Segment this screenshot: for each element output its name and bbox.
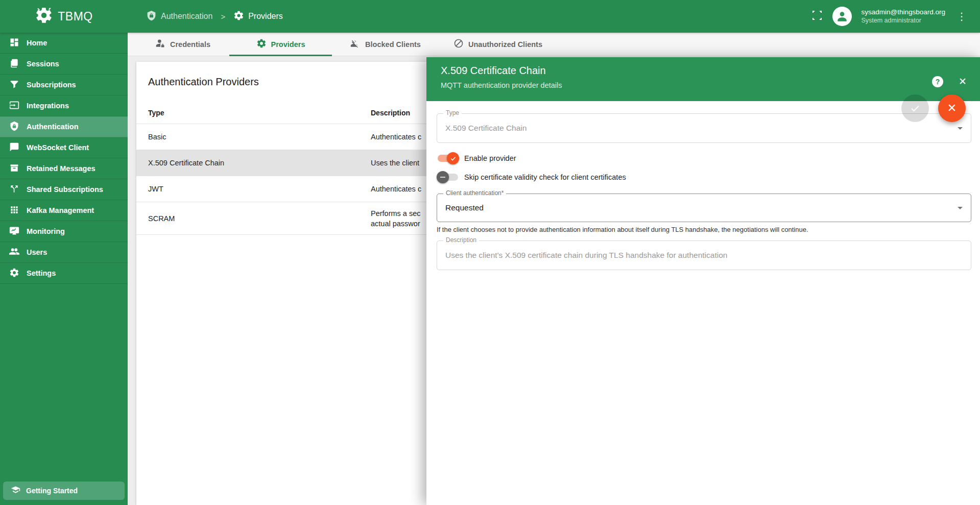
brand-logo[interactable]: TBMQ bbox=[0, 6, 128, 27]
user-email: sysadmin@thingsboard.org bbox=[861, 8, 945, 17]
sidebar: Home Sessions Subscriptions Integrations… bbox=[0, 33, 128, 505]
enable-provider-toggle[interactable] bbox=[437, 152, 459, 164]
block-icon bbox=[453, 38, 464, 50]
help-icon[interactable]: ? bbox=[932, 76, 943, 87]
check-icon bbox=[447, 152, 459, 164]
skip-validity-toggle[interactable] bbox=[437, 171, 459, 183]
getting-started-button[interactable]: Getting Started bbox=[3, 482, 125, 500]
gear-icon bbox=[256, 38, 267, 50]
close-icon[interactable]: ✕ bbox=[959, 76, 967, 87]
breadcrumb-separator: > bbox=[221, 12, 225, 21]
breadcrumb: Authentication > Providers bbox=[128, 10, 283, 23]
shield-lock-icon bbox=[146, 10, 157, 23]
description-label: Description bbox=[443, 236, 479, 244]
brand-text: TBMQ bbox=[58, 10, 92, 23]
gear-icon bbox=[233, 10, 244, 23]
sidebar-item-shared-subscriptions[interactable]: Shared Subscriptions bbox=[0, 179, 128, 200]
more-menu-icon[interactable]: ⋮ bbox=[954, 9, 969, 23]
sidebar-item-monitoring[interactable]: Monitoring bbox=[0, 221, 128, 242]
gear-icon bbox=[9, 268, 19, 279]
panel-body: Type X.509 Certificate Chain Enable prov… bbox=[426, 101, 980, 270]
dashboard-icon bbox=[9, 37, 19, 49]
top-bar: TBMQ Authentication > Providers bbox=[0, 0, 980, 33]
breadcrumb-providers[interactable]: Providers bbox=[233, 10, 283, 23]
panel-subtitle: MQTT authentication provider details bbox=[441, 81, 968, 89]
column-header-type[interactable]: Type bbox=[136, 109, 371, 117]
client-authentication-hint: If the client chooses not to provide aut… bbox=[437, 226, 971, 233]
graduation-cap-icon bbox=[11, 485, 20, 496]
client-authentication-value: Requested bbox=[437, 194, 971, 222]
sidebar-item-users[interactable]: Users bbox=[0, 242, 128, 263]
user-info[interactable]: sysadmin@thingsboard.org System administ… bbox=[861, 8, 945, 25]
type-label: Type bbox=[443, 109, 462, 116]
grid-icon bbox=[9, 205, 19, 217]
tbmq-logo-icon bbox=[35, 6, 53, 27]
archive-icon bbox=[9, 163, 19, 175]
tab-bar: Credentials Providers Blocked Clients Un… bbox=[128, 33, 980, 56]
filter-icon bbox=[9, 79, 19, 91]
app-window: TBMQ Authentication > Providers bbox=[0, 0, 980, 505]
cancel-changes-fab[interactable]: ✕ bbox=[938, 94, 966, 122]
person-lock-icon bbox=[155, 38, 165, 50]
sessions-icon bbox=[9, 58, 19, 70]
apply-changes-fab[interactable] bbox=[901, 94, 929, 122]
enable-provider-label: Enable provider bbox=[464, 154, 516, 162]
sidebar-item-sessions[interactable]: Sessions bbox=[0, 54, 128, 75]
dash-icon bbox=[437, 171, 449, 183]
chevron-down-icon bbox=[958, 127, 963, 130]
client-authentication-select[interactable]: Client authentication* Requested bbox=[437, 194, 971, 222]
description-value: Uses the client's X.509 certificate chai… bbox=[437, 241, 971, 270]
integrations-icon bbox=[9, 100, 19, 112]
sidebar-item-authentication[interactable]: Authentication bbox=[0, 116, 128, 137]
users-icon bbox=[9, 247, 19, 258]
tab-blocked-clients[interactable]: Blocked Clients bbox=[332, 33, 439, 56]
close-icon: ✕ bbox=[947, 102, 957, 115]
chat-icon bbox=[9, 142, 19, 154]
skip-validity-row: Skip certificate validity check for clie… bbox=[437, 170, 971, 184]
enable-provider-row: Enable provider bbox=[437, 151, 971, 165]
sidebar-item-websocket-client[interactable]: WebSocket Client bbox=[0, 137, 128, 158]
topbar-actions: sysadmin@thingsboard.org System administ… bbox=[811, 7, 980, 26]
chevron-down-icon bbox=[958, 207, 963, 209]
client-authentication-label: Client authentication* bbox=[443, 189, 506, 197]
sidebar-item-retained-messages[interactable]: Retained Messages bbox=[0, 158, 128, 179]
sidebar-item-integrations[interactable]: Integrations bbox=[0, 95, 128, 116]
sidebar-item-settings[interactable]: Settings bbox=[0, 263, 128, 284]
panel-title: X.509 Certificate Chain bbox=[441, 65, 968, 77]
provider-details-panel: X.509 Certificate Chain MQTT authenticat… bbox=[426, 57, 980, 505]
fullscreen-icon[interactable] bbox=[811, 9, 823, 23]
sidebar-item-home[interactable]: Home bbox=[0, 33, 128, 54]
sidebar-item-kafka-management[interactable]: Kafka Management bbox=[0, 200, 128, 221]
shield-lock-icon bbox=[9, 121, 19, 133]
split-icon bbox=[9, 184, 19, 196]
tab-credentials[interactable]: Credentials bbox=[136, 33, 229, 56]
skip-validity-label: Skip certificate validity check for clie… bbox=[464, 173, 626, 181]
user-role: System administrator bbox=[861, 17, 945, 25]
avatar[interactable] bbox=[832, 7, 852, 26]
type-select[interactable]: Type X.509 Certificate Chain bbox=[437, 113, 971, 143]
panel-header: X.509 Certificate Chain MQTT authenticat… bbox=[426, 57, 980, 101]
breadcrumb-authentication[interactable]: Authentication bbox=[146, 10, 212, 23]
monitor-icon bbox=[9, 226, 19, 237]
tab-providers[interactable]: Providers bbox=[229, 33, 332, 56]
type-value: X.509 Certificate Chain bbox=[437, 114, 971, 142]
person-off-icon bbox=[350, 38, 361, 50]
description-field[interactable]: Description Uses the client's X.509 cert… bbox=[437, 241, 971, 270]
tab-unauthorized-clients[interactable]: Unauthorized Clients bbox=[439, 33, 557, 56]
sidebar-item-subscriptions[interactable]: Subscriptions bbox=[0, 75, 128, 95]
